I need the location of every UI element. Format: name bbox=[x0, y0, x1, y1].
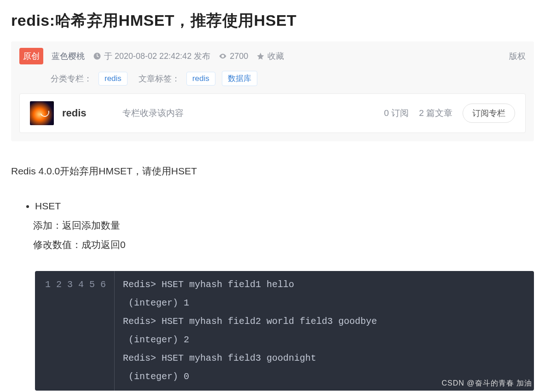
article-body: Redis 4.0.0开始弃用HMSET，请使用HSET HSET 添加：返回添… bbox=[11, 162, 534, 391]
article-tag[interactable]: 数据库 bbox=[222, 71, 257, 86]
article-tag[interactable]: redis bbox=[186, 72, 215, 86]
copyright-link[interactable]: 版权 bbox=[509, 51, 526, 62]
favorite-button[interactable]: 收藏 bbox=[256, 51, 284, 62]
favorite-label: 收藏 bbox=[267, 51, 284, 62]
column-thumbnail bbox=[30, 101, 54, 125]
code-block: 1 2 3 4 5 6 Redis> HSET myhash field1 he… bbox=[35, 271, 534, 391]
views: 2700 bbox=[219, 52, 248, 61]
category-label: 分类专栏： bbox=[51, 73, 92, 84]
article-title: redis:哈希弃用HMSET，推荐使用HSET bbox=[11, 10, 534, 31]
clock-icon bbox=[93, 52, 101, 60]
column-name: redis bbox=[62, 107, 87, 119]
author-link[interactable]: 蓝色樱桃 bbox=[52, 51, 85, 62]
watermark: CSDN @奋斗的青春 加油 bbox=[442, 379, 532, 388]
tags-label: 文章标签： bbox=[139, 73, 180, 84]
subscribe-button[interactable]: 订阅专栏 bbox=[463, 104, 515, 123]
column-desc: 专栏收录该内容 bbox=[122, 107, 184, 119]
publish-time: 于 2020-08-02 22:42:42 发布 bbox=[93, 51, 210, 62]
eye-icon bbox=[219, 52, 227, 60]
list-item-hset: HSET bbox=[35, 196, 534, 216]
code-content[interactable]: Redis> HSET myhash field1 hello (integer… bbox=[115, 271, 385, 391]
column-card[interactable]: redis 专栏收录该内容 0 订阅 2 篇文章 订阅专栏 bbox=[19, 93, 526, 133]
publish-time-text: 于 2020-08-02 22:42:42 发布 bbox=[104, 51, 210, 62]
list-item-modify: 修改数值：成功返回0 bbox=[33, 235, 534, 254]
column-subs: 0 订阅 bbox=[384, 107, 409, 119]
intro-paragraph: Redis 4.0.0开始弃用HMSET，请使用HSET bbox=[11, 162, 534, 180]
views-count: 2700 bbox=[230, 52, 248, 61]
star-icon bbox=[256, 52, 265, 60]
original-badge: 原创 bbox=[19, 48, 43, 64]
category-tag[interactable]: redis bbox=[99, 72, 128, 86]
code-gutter: 1 2 3 4 5 6 bbox=[35, 271, 115, 391]
meta-box: 原创 蓝色樱桃 于 2020-08-02 22:42:42 发布 2700 收藏… bbox=[11, 41, 534, 141]
list-item-add: 添加：返回添加数量 bbox=[33, 216, 534, 235]
column-articles: 2 篇文章 bbox=[419, 107, 452, 119]
